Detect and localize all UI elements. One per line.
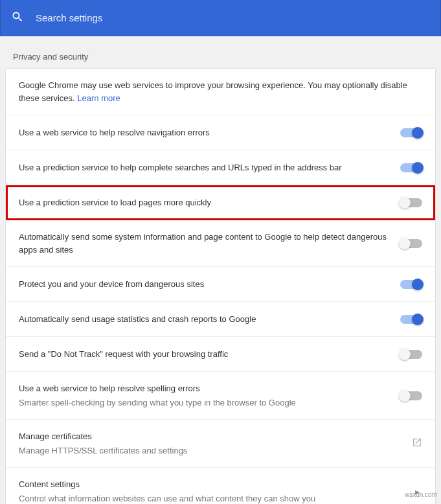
row-subtitle: Manage HTTPS/SSL certificates and settin… — [19, 444, 401, 457]
row-text: Use a web service to help resolve spelli… — [19, 382, 390, 409]
row-title: Content settings — [19, 478, 402, 491]
watermark: wsxdn.com — [405, 491, 437, 498]
toggle-switch[interactable] — [400, 391, 422, 400]
settings-row: Use a prediction service to load pages m… — [6, 185, 435, 220]
intro-row: Google Chrome may use web services to im… — [6, 69, 435, 115]
row-subtitle: Control what information websites can us… — [19, 492, 402, 505]
toggle-knob — [412, 127, 424, 139]
toggle-knob — [412, 162, 424, 174]
intro-text: Google Chrome may use web services to im… — [19, 79, 422, 104]
row-text: Send a "Do Not Track" request with your … — [19, 348, 390, 361]
toggle-knob — [412, 314, 424, 325]
row-title: Send a "Do Not Track" request with your … — [19, 348, 390, 361]
toggle-knob — [399, 197, 411, 209]
settings-row: Send a "Do Not Track" request with your … — [6, 337, 435, 372]
learn-more-link[interactable]: Learn more — [77, 93, 120, 103]
toggle-switch[interactable] — [400, 239, 422, 248]
row-text: Use a prediction service to help complet… — [19, 161, 390, 174]
row-title: Use a prediction service to load pages m… — [19, 196, 390, 209]
row-text: Content settingsControl what information… — [19, 478, 402, 504]
toggle-switch[interactable] — [400, 280, 422, 289]
toggle-switch[interactable] — [400, 163, 422, 172]
row-text: Automatically send some system informati… — [19, 231, 390, 256]
settings-row: Use a web service to help resolve spelli… — [6, 372, 435, 420]
toggle-switch[interactable] — [400, 315, 422, 324]
settings-row: Protect you and your device from dangero… — [6, 267, 435, 302]
row-title: Use a web service to help resolve spelli… — [19, 382, 390, 395]
settings-row[interactable]: Content settingsControl what information… — [6, 468, 435, 504]
row-title: Manage certificates — [19, 430, 401, 443]
settings-card: Google Chrome may use web services to im… — [5, 68, 436, 504]
row-title: Protect you and your device from dangero… — [19, 278, 390, 291]
row-text: Protect you and your device from dangero… — [19, 278, 390, 291]
row-text: Manage certificatesManage HTTPS/SSL cert… — [19, 430, 401, 457]
settings-row: Use a web service to help resolve naviga… — [6, 115, 435, 150]
header-bar — [0, 0, 441, 36]
external-link-icon[interactable] — [412, 437, 422, 450]
search-input[interactable] — [36, 12, 295, 23]
section-title: Privacy and security — [0, 36, 441, 68]
toggle-switch[interactable] — [400, 198, 422, 207]
toggle-knob — [399, 390, 411, 402]
row-text: Use a web service to help resolve naviga… — [19, 126, 390, 139]
settings-row: Use a prediction service to help complet… — [6, 150, 435, 185]
settings-row: Automatically send some system informati… — [6, 220, 435, 267]
row-text: Use a prediction service to load pages m… — [19, 196, 390, 209]
toggle-knob — [412, 279, 424, 290]
search-wrap — [11, 10, 295, 25]
settings-row: Automatically send usage statistics and … — [6, 302, 435, 337]
search-icon — [11, 10, 24, 25]
row-text: Automatically send usage statistics and … — [19, 313, 390, 326]
toggle-switch[interactable] — [400, 350, 422, 359]
row-title: Automatically send usage statistics and … — [19, 313, 390, 326]
toggle-knob — [399, 349, 411, 360]
row-subtitle: Smarter spell-checking by sending what y… — [19, 396, 390, 409]
row-title: Automatically send some system informati… — [19, 231, 390, 256]
row-title: Use a web service to help resolve naviga… — [19, 126, 390, 139]
toggle-switch[interactable] — [400, 128, 422, 137]
toggle-knob — [399, 238, 411, 249]
settings-row[interactable]: Manage certificatesManage HTTPS/SSL cert… — [6, 420, 435, 468]
row-title: Use a prediction service to help complet… — [19, 161, 390, 174]
